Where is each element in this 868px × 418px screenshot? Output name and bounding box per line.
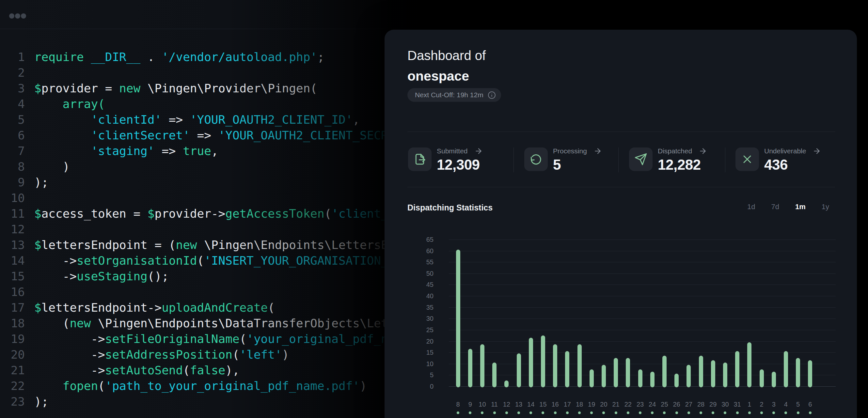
arrow-right-icon xyxy=(699,147,707,155)
x-axis-dot-icon xyxy=(578,412,581,414)
x-axis-label: 6 xyxy=(803,401,817,408)
gridline xyxy=(449,262,836,262)
file-export-icon xyxy=(413,153,426,166)
code-text: ->useStaging(); xyxy=(34,268,169,284)
stat-head: Dispatched xyxy=(658,147,707,155)
stat-label: Dispatched xyxy=(658,147,692,155)
cutoff-badge: Next Cut-Off: 19h 12m xyxy=(407,88,501,102)
x-axis-dot-icon xyxy=(529,412,532,414)
chart-bar-day-30 xyxy=(723,362,727,387)
chart-bar-day-26 xyxy=(675,374,679,387)
code-text: $lettersEndpoint->uploadAndCreate( xyxy=(34,300,275,316)
y-axis-label: 25 xyxy=(384,326,434,334)
divider xyxy=(407,187,835,187)
code-text: 'staging' => true, xyxy=(34,143,218,159)
range-button-1y[interactable]: 1y xyxy=(822,203,829,211)
window-control-dot-icon[interactable] xyxy=(15,13,20,19)
range-button-7d[interactable]: 7d xyxy=(771,203,779,211)
y-axis-label: 60 xyxy=(384,247,434,255)
code-text: ); xyxy=(34,174,48,190)
code-text: 'clientId' => 'YOUR_OAUTH2_CLIENT_ID', xyxy=(34,112,360,128)
stat-value: 436 xyxy=(764,157,788,173)
stat-head: Submitted xyxy=(437,147,483,155)
chart-bar-day-27 xyxy=(686,365,691,387)
send-icon xyxy=(634,153,647,166)
x-axis-dot-icon xyxy=(457,412,459,414)
stat-label: Processing xyxy=(553,147,587,155)
line-number: 16 xyxy=(0,284,25,300)
window-control-dot-icon[interactable] xyxy=(21,13,26,19)
gridline xyxy=(449,375,836,375)
stat-value: 12,282 xyxy=(658,157,701,173)
x-axis-dot-icon xyxy=(602,412,605,414)
line-number: 22 xyxy=(0,378,25,394)
code-text: array( xyxy=(34,96,105,112)
stat-value: 12,309 xyxy=(437,157,480,173)
code-text: fopen('path_to_your_original_pdf_name.pd… xyxy=(34,378,367,394)
x-axis-dot-icon xyxy=(663,412,665,414)
gridline xyxy=(449,251,836,251)
chart-bar-day-22 xyxy=(626,358,630,387)
chart-bar-day-5 xyxy=(796,358,800,387)
x-axis-dot-icon xyxy=(772,412,775,414)
chart-bar-day-3 xyxy=(772,372,776,387)
x-axis-dot-icon xyxy=(639,412,642,414)
gridline xyxy=(449,274,836,274)
code-text: ) xyxy=(34,159,69,174)
chart-bar-day-29 xyxy=(711,360,715,387)
line-number: 13 xyxy=(0,237,25,253)
chart-bar-day-2 xyxy=(760,369,764,387)
y-axis-label: 35 xyxy=(384,304,434,311)
chart-bar-day-20 xyxy=(601,365,606,387)
line-number: 23 xyxy=(0,394,25,410)
line-number: 1 xyxy=(0,49,25,65)
x-axis-dot-icon xyxy=(518,412,520,414)
cutoff-badge-label: Next Cut-Off: 19h 12m xyxy=(415,91,484,99)
line-number: 10 xyxy=(0,190,25,206)
gridline xyxy=(449,330,836,330)
chart-bar-day-16 xyxy=(553,344,557,387)
x-axis-dot-icon xyxy=(675,412,678,414)
chart-bar-day-14 xyxy=(529,338,533,387)
refresh-icon xyxy=(529,153,542,166)
x-axis-dot-icon xyxy=(724,412,726,414)
code-text: $provider = new \Pingen\Provider\Pingen( xyxy=(34,81,317,96)
y-axis-label: 45 xyxy=(384,281,434,288)
code-text: 'clientSecret' => 'YOUR_OAUTH2_CLIENT_SE… xyxy=(34,128,416,143)
y-axis-label: 5 xyxy=(384,371,434,379)
gridline xyxy=(449,239,836,240)
chart-bar-day-25 xyxy=(662,356,666,387)
time-range-selector: 1d7d1m1y xyxy=(747,203,829,211)
stat-head: Processing xyxy=(553,147,602,155)
line-number: 7 xyxy=(0,143,25,159)
x-axis-dot-icon xyxy=(651,412,654,414)
line-number: 14 xyxy=(0,253,25,268)
code-text: require __DIR__ . '/vendor/autoload.php'… xyxy=(34,49,324,65)
y-axis-label: 30 xyxy=(384,315,434,322)
x-axis-dot-icon xyxy=(797,412,800,414)
info-icon[interactable] xyxy=(488,91,496,99)
line-number: 21 xyxy=(0,362,25,378)
range-button-1m[interactable]: 1m xyxy=(795,203,806,211)
stat-label: Undeliverable xyxy=(764,147,806,155)
x-axis-dot-icon xyxy=(505,412,508,414)
range-button-1d[interactable]: 1d xyxy=(747,203,755,211)
line-number: 19 xyxy=(0,331,25,347)
window-control-dot-icon[interactable] xyxy=(9,13,14,19)
x-axis-dot-icon xyxy=(748,412,751,414)
chart-bar-day-6 xyxy=(808,360,812,387)
line-number: 6 xyxy=(0,128,25,143)
code-text: ->setOrganisationId('INSERT_YOUR_ORGANIS… xyxy=(34,253,416,268)
stat-divider xyxy=(618,148,619,172)
x-icon xyxy=(741,153,754,166)
x-axis-dot-icon xyxy=(687,412,690,414)
arrow-right-icon xyxy=(812,147,821,155)
y-axis-label: 50 xyxy=(384,270,434,277)
chart-bar-day-4 xyxy=(784,351,788,387)
arrow-right-icon xyxy=(593,147,602,155)
chart-bar-day-1 xyxy=(747,342,751,387)
x-axis-dot-icon xyxy=(590,412,593,414)
stat-icon-box xyxy=(736,148,759,171)
screenshot-canvas: 1require __DIR__ . '/vendor/autoload.php… xyxy=(0,0,868,418)
x-axis-dot-icon xyxy=(809,412,811,414)
